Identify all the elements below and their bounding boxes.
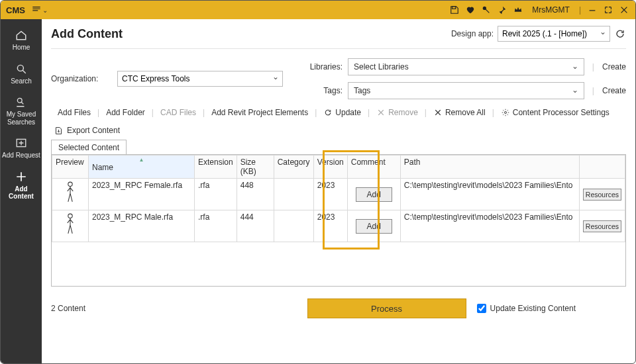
save-icon[interactable] <box>449 4 460 16</box>
col-resources[interactable] <box>579 156 625 179</box>
organization-select[interactable]: CTC Express Tools <box>117 71 283 87</box>
table-header-row: Preview ▲Name Extension Size (KB) Catego… <box>52 156 625 179</box>
cell-comment: Add <box>347 179 400 210</box>
col-size[interactable]: Size (KB) <box>237 156 274 179</box>
refresh-icon[interactable] <box>614 28 626 40</box>
remove-button: Remove <box>375 107 419 118</box>
remove-icon <box>376 108 386 117</box>
heart-icon[interactable] <box>464 4 476 16</box>
cell-preview <box>52 179 89 210</box>
tab-selected-content[interactable]: Selected Content <box>51 140 127 155</box>
cell-resources: Resources <box>579 210 625 242</box>
svg-point-6 <box>68 182 72 186</box>
maximize-icon[interactable] <box>602 4 614 16</box>
search-icon <box>15 62 28 75</box>
sidebar-item-search[interactable]: Search <box>1 57 42 91</box>
home-icon <box>15 28 28 42</box>
svg-rect-0 <box>452 7 456 9</box>
svg-point-5 <box>504 112 506 114</box>
cell-category <box>274 179 313 210</box>
resources-button[interactable]: Resources <box>583 220 621 232</box>
svg-point-2 <box>17 65 23 71</box>
cell-preview <box>52 210 89 242</box>
sidebar-item-label: Search <box>11 77 32 85</box>
col-path[interactable]: Path <box>400 156 579 179</box>
cell-version: 2023 <box>313 179 347 210</box>
update-existing-checkbox[interactable]: Update Existing Content <box>477 304 576 313</box>
create-library-link[interactable]: Create <box>602 62 626 71</box>
cell-version: 2023 <box>313 210 347 242</box>
create-tag-link[interactable]: Create <box>602 86 626 95</box>
saved-searches-icon <box>15 95 28 109</box>
col-preview[interactable]: Preview <box>52 156 89 179</box>
add-comment-button[interactable]: Add <box>356 219 392 234</box>
content-table: Preview ▲Name Extension Size (KB) Catego… <box>51 154 626 287</box>
cell-path: C:\temp\testing\revit\models\2023 Famili… <box>400 210 579 242</box>
export-content-button[interactable]: Export Content <box>67 126 120 135</box>
resources-button[interactable]: Resources <box>583 189 621 201</box>
sidebar-item-label: Add Content <box>2 185 40 201</box>
user-label[interactable]: MrsMGMT <box>532 5 570 15</box>
close-icon[interactable] <box>618 4 630 16</box>
titlebar: CMS ⌄ MrsMGMT | <box>1 1 635 19</box>
add-content-icon <box>15 170 28 183</box>
cell-category <box>274 210 313 242</box>
update-existing-checkbox-input[interactable] <box>477 304 486 313</box>
col-comment[interactable]: Comment <box>347 156 400 179</box>
cell-size: 448 <box>237 179 274 210</box>
gear-icon <box>501 108 510 117</box>
col-extension[interactable]: Extension <box>195 156 237 179</box>
app-window: CMS ⌄ MrsMGMT | <box>0 0 636 364</box>
tags-label: Tags: <box>303 86 343 95</box>
sidebar-item-add-request[interactable]: Add Request <box>1 131 42 165</box>
sidebar-item-label: Home <box>13 44 30 52</box>
person-icon <box>63 212 78 235</box>
cell-name: 2023_M_RPC Female.rfa <box>89 179 195 210</box>
remove-all-icon <box>433 108 443 117</box>
add-folder-button[interactable]: Add Folder <box>105 107 146 118</box>
design-app-label: Design app: <box>451 29 494 38</box>
notification-icon[interactable] <box>480 4 492 16</box>
add-comment-button[interactable]: Add <box>356 187 392 202</box>
content-count: 2 Content <box>51 304 85 313</box>
organization-label: Organization: <box>51 74 111 83</box>
process-button[interactable]: Process <box>307 298 466 318</box>
pin-icon[interactable] <box>496 4 508 16</box>
libraries-select[interactable]: Select Libraries <box>348 58 584 75</box>
col-category[interactable]: Category <box>274 156 313 179</box>
update-button[interactable]: Update <box>322 107 362 118</box>
add-request-icon <box>15 136 28 150</box>
sidebar-item-label: My Saved Searches <box>2 111 40 126</box>
content-toolbar: Add Files | Add Folder | CAD Files | Add… <box>56 107 626 118</box>
tags-select[interactable]: Tags <box>348 82 584 99</box>
content-processor-settings-button[interactable]: Content Processor Settings <box>500 107 611 118</box>
sort-ascending-icon: ▲ <box>92 158 191 163</box>
table-row[interactable]: 2023_M_RPC Male.rfa .rfa 444 2023 Add C:… <box>52 210 625 242</box>
cad-files-button: CAD Files <box>159 107 197 118</box>
design-app-select[interactable]: Revit 2025 (.1 - [Home]) <box>498 26 610 42</box>
sidebar: Home Search My Saved Searches Add Reques… <box>1 19 42 363</box>
person-icon <box>63 181 78 203</box>
col-version[interactable]: Version <box>313 156 347 179</box>
sidebar-item-label: Add Request <box>2 152 40 159</box>
export-icon <box>54 126 63 135</box>
crown-icon[interactable] <box>512 4 524 16</box>
main-panel: Add Content Design app: Revit 2025 (.1 -… <box>42 19 635 363</box>
cell-comment: Add <box>347 210 400 242</box>
cell-extension: .rfa <box>195 179 237 210</box>
remove-all-button[interactable]: Remove All <box>432 107 487 118</box>
add-files-button[interactable]: Add Files <box>56 107 92 118</box>
sidebar-item-home[interactable]: Home <box>1 23 42 57</box>
cell-resources: Resources <box>579 179 625 210</box>
sidebar-item-add-content[interactable]: Add Content <box>1 165 42 206</box>
update-icon <box>323 108 333 117</box>
titlebar-menu-dropdown[interactable]: ⌄ <box>32 5 48 15</box>
minimize-icon[interactable] <box>586 4 598 16</box>
table-row[interactable]: 2023_M_RPC Female.rfa .rfa 448 2023 Add … <box>52 179 625 210</box>
sidebar-item-saved-searches[interactable]: My Saved Searches <box>1 90 42 131</box>
cell-name: 2023_M_RPC Male.rfa <box>89 210 195 242</box>
libraries-label: Libraries: <box>303 62 343 71</box>
col-name[interactable]: ▲Name <box>89 156 195 179</box>
add-revit-elements-button[interactable]: Add Revit Project Elements <box>210 107 309 118</box>
app-brand: CMS <box>6 5 25 15</box>
